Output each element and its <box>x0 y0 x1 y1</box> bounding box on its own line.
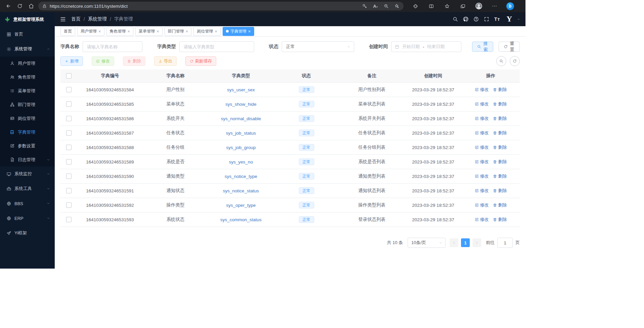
sidebar-item-home[interactable]: 首页 <box>0 27 55 42</box>
browser-settings-icon[interactable]: ⋯ <box>487 1 502 11</box>
sidebar-item-config[interactable]: 参数设置 <box>0 139 55 153</box>
browser-back-button[interactable] <box>3 1 14 11</box>
row-delete-link[interactable]: 删除 <box>493 87 507 93</box>
row-checkbox[interactable] <box>66 202 72 208</box>
row-checkbox[interactable] <box>66 87 72 92</box>
dict-type-link[interactable]: sys_user_sex <box>227 87 255 92</box>
zoom-out-icon[interactable] <box>381 2 392 10</box>
url-text[interactable]: https://ccnetcore.com:1101/system/dict <box>50 4 359 9</box>
row-edit-link[interactable]: 修改 <box>475 87 489 93</box>
dict-name-input[interactable] <box>83 41 142 52</box>
create-time-range-picker[interactable]: 开始日期 - 结束日期 <box>391 41 461 52</box>
tab-首页[interactable]: 首页 <box>60 27 75 36</box>
tab-close-icon[interactable]: × <box>248 29 251 34</box>
refresh-cache-button[interactable]: 刷新缓存 <box>185 56 216 66</box>
profile-avatar[interactable] <box>471 1 487 11</box>
browser-home-button[interactable] <box>26 1 37 11</box>
reset-button[interactable]: 重置 <box>499 42 520 52</box>
row-edit-link[interactable]: 修改 <box>475 173 489 179</box>
tab-部门管理[interactable]: 部门管理× <box>165 27 192 36</box>
sidebar-toggle-icon[interactable] <box>60 16 66 22</box>
refresh-table-button[interactable] <box>510 56 520 66</box>
user-avatar-logo[interactable]: Y <box>506 15 512 24</box>
row-checkbox[interactable] <box>66 217 72 222</box>
tab-close-icon[interactable]: × <box>98 29 101 34</box>
help-icon[interactable] <box>473 16 479 22</box>
row-checkbox[interactable] <box>66 159 72 165</box>
sidebar-item-bbs[interactable]: BBS <box>0 196 55 211</box>
dict-type-link[interactable]: sys_job_status <box>226 131 256 136</box>
row-checkbox[interactable] <box>66 188 72 193</box>
dict-type-link[interactable]: sys_normal_disable <box>221 116 261 121</box>
row-edit-link[interactable]: 修改 <box>475 144 489 150</box>
dict-type-link[interactable]: sys_notice_type <box>225 174 257 179</box>
prev-page-button[interactable] <box>450 238 458 247</box>
edit-button[interactable]: 修改 <box>92 56 114 66</box>
row-delete-link[interactable]: 删除 <box>493 115 507 122</box>
export-button[interactable]: 导出 <box>154 56 177 66</box>
row-edit-link[interactable]: 修改 <box>475 115 489 122</box>
dict-type-link[interactable]: sys_job_group <box>226 145 256 150</box>
row-delete-link[interactable]: 删除 <box>493 217 507 223</box>
select-all-checkbox[interactable] <box>66 73 72 79</box>
font-size-icon[interactable]: Tт <box>494 16 500 22</box>
row-edit-link[interactable]: 修改 <box>475 217 489 223</box>
row-checkbox[interactable] <box>66 174 72 179</box>
delete-button[interactable]: 删除 <box>123 56 145 66</box>
row-edit-link[interactable]: 修改 <box>475 159 489 165</box>
tab-岗位管理[interactable]: 岗位管理× <box>193 27 221 36</box>
row-checkbox[interactable] <box>66 101 72 107</box>
sidebar-item-menu[interactable]: 菜单管理 <box>0 84 55 98</box>
tab-close-icon[interactable]: × <box>156 29 159 34</box>
dict-type-link[interactable]: sys_show_hide <box>225 102 256 107</box>
sidebar-item-dept[interactable]: 部门管理 <box>0 98 55 111</box>
dict-type-link[interactable]: sys_common_status <box>220 217 262 222</box>
extensions-icon[interactable] <box>408 1 423 11</box>
sidebar-item-yi[interactable]: Yi框架 <box>0 226 55 240</box>
breadcrumb-item[interactable]: 系统管理 <box>88 16 107 22</box>
split-screen-icon[interactable] <box>423 1 439 11</box>
tab-字典管理[interactable]: 字典管理× <box>223 27 254 36</box>
page-number-button[interactable]: 1 <box>461 238 470 247</box>
row-edit-link[interactable]: 修改 <box>475 188 489 194</box>
row-delete-link[interactable]: 删除 <box>493 188 507 194</box>
breadcrumb-item[interactable]: 首页 <box>71 16 81 22</box>
row-delete-link[interactable]: 删除 <box>493 159 507 165</box>
add-favorite-icon[interactable] <box>392 2 402 10</box>
dict-type-link[interactable]: sys_notice_status <box>223 188 259 193</box>
sidebar-item-post[interactable]: 岗位管理 <box>0 111 55 125</box>
next-page-button[interactable] <box>472 238 481 247</box>
row-edit-link[interactable]: 修改 <box>475 130 489 136</box>
row-edit-link[interactable]: 修改 <box>475 202 489 208</box>
status-select[interactable]: 正常 <box>282 41 354 52</box>
tab-close-icon[interactable]: × <box>215 29 217 34</box>
row-checkbox[interactable] <box>66 116 72 121</box>
dict-type-input[interactable] <box>179 41 254 52</box>
tab-用户管理[interactable]: 用户管理× <box>77 27 104 36</box>
add-button[interactable]: 新增 <box>60 56 83 66</box>
sidebar-item-user[interactable]: 用户管理 <box>0 56 55 70</box>
favorites-icon[interactable] <box>439 1 455 11</box>
row-delete-link[interactable]: 删除 <box>493 130 507 136</box>
address-bar[interactable]: https://ccnetcore.com:1101/system/dict A… <box>38 2 404 10</box>
row-delete-link[interactable]: 删除 <box>493 173 507 179</box>
browser-refresh-button[interactable] <box>14 1 26 11</box>
dict-type-link[interactable]: sys_oper_type <box>226 203 256 208</box>
row-edit-link[interactable]: 修改 <box>475 101 489 107</box>
sidebar-item-system[interactable]: 系统管理 <box>0 42 55 56</box>
sidebar-item-log[interactable]: 日志管理 <box>0 153 55 167</box>
row-delete-link[interactable]: 删除 <box>493 202 507 208</box>
tab-菜单管理[interactable]: 菜单管理× <box>135 27 163 36</box>
password-manager-icon[interactable] <box>359 2 370 10</box>
github-icon[interactable] <box>463 16 468 22</box>
row-checkbox[interactable] <box>66 145 72 150</box>
sidebar-item-dict[interactable]: 字典管理 <box>0 125 55 139</box>
site-security-icon[interactable] <box>42 4 47 8</box>
tab-close-icon[interactable]: × <box>186 29 188 34</box>
read-aloud-icon[interactable]: A، <box>370 2 381 10</box>
app-logo[interactable]: 意框架管理系统 <box>0 12 55 27</box>
sidebar-item-monitor[interactable]: 系统监控 <box>0 167 55 181</box>
user-menu-chevron-icon[interactable] <box>517 18 520 21</box>
row-checkbox[interactable] <box>66 130 72 136</box>
bing-copilot-icon[interactable]: b <box>506 2 514 10</box>
